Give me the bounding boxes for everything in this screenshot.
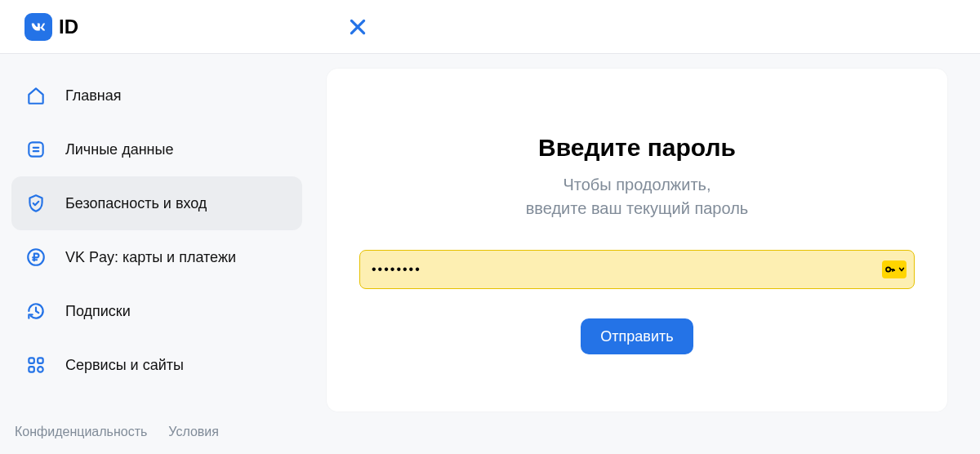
svg-rect-2 <box>29 142 42 156</box>
card-subtitle: Чтобы продолжить, введите ваш текущий па… <box>359 173 915 220</box>
sidebar: Главная Личные данные Безопасность и вхо… <box>0 69 310 454</box>
logo-text: ID <box>59 16 78 38</box>
home-icon <box>24 84 47 107</box>
password-manager-key-icon[interactable] <box>882 260 906 278</box>
svg-rect-6 <box>29 358 34 363</box>
terms-link[interactable]: Условия <box>168 425 219 439</box>
body: Главная Личные данные Безопасность и вхо… <box>0 54 980 454</box>
sidebar-item-security[interactable]: Безопасность и вход <box>11 176 302 230</box>
sidebar-item-label: Главная <box>65 87 122 105</box>
svg-point-10 <box>886 267 890 271</box>
profile-icon <box>24 138 47 161</box>
svg-rect-7 <box>38 358 42 363</box>
svg-rect-8 <box>29 367 34 372</box>
sidebar-item-label: Безопасность и вход <box>65 195 207 212</box>
sidebar-item-home[interactable]: Главная <box>11 69 302 122</box>
sidebar-item-subscriptions[interactable]: Подписки <box>11 284 302 338</box>
ruble-icon <box>24 246 47 269</box>
header: ID <box>0 0 980 54</box>
shield-icon <box>24 192 47 215</box>
main: Введите пароль Чтобы продолжить, введите… <box>310 69 980 454</box>
submit-button[interactable]: Отправить <box>581 318 693 354</box>
sidebar-item-services[interactable]: Сервисы и сайты <box>11 338 302 392</box>
sidebar-item-vkpay[interactable]: VK Pay: карты и платежи <box>11 230 302 284</box>
card-title: Введите пароль <box>359 134 915 162</box>
password-field-wrap <box>359 250 915 289</box>
sidebar-item-personal[interactable]: Личные данные <box>11 122 302 176</box>
sidebar-item-label: Подписки <box>65 303 131 320</box>
password-input[interactable] <box>359 250 915 289</box>
vk-logo-icon <box>24 13 52 41</box>
footer-links: Конфиденциальность Условия <box>11 410 302 454</box>
clock-icon <box>24 300 47 323</box>
logo[interactable]: ID <box>24 13 78 41</box>
password-card: Введите пароль Чтобы продолжить, введите… <box>327 69 947 412</box>
close-button[interactable] <box>347 16 368 41</box>
sidebar-item-label: Сервисы и сайты <box>65 357 184 374</box>
sidebar-item-label: VK Pay: карты и платежи <box>65 249 236 266</box>
privacy-link[interactable]: Конфиденциальность <box>15 425 147 439</box>
svg-point-9 <box>38 367 42 372</box>
apps-icon <box>24 354 47 376</box>
sidebar-item-label: Личные данные <box>65 141 173 158</box>
